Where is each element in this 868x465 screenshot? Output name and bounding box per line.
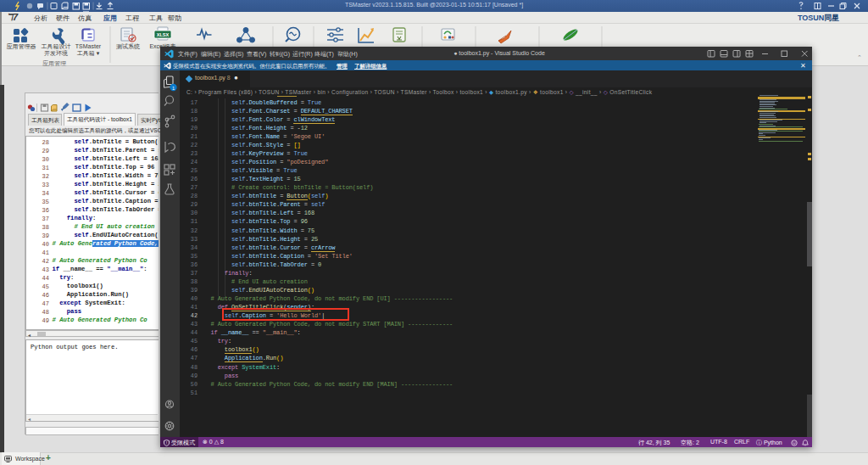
- svg-text:1: 1: [172, 86, 175, 91]
- svg-text:!: !: [166, 440, 167, 445]
- svg-text:XLSX: XLSX: [157, 32, 170, 37]
